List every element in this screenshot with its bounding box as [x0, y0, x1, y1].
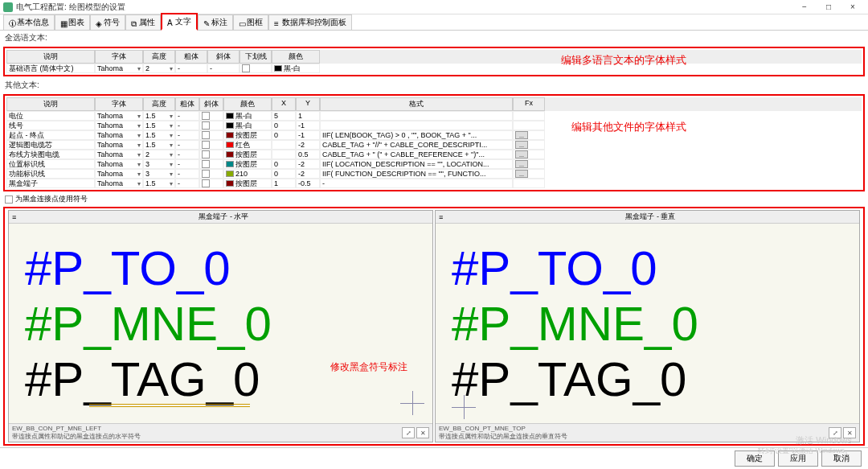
fx-button[interactable]: ... — [513, 130, 545, 140]
bold-cell[interactable]: - — [175, 169, 199, 179]
fx-button[interactable]: ... — [513, 150, 545, 159]
bold-cell[interactable]: - — [175, 121, 199, 130]
tab-frame[interactable]: ▭图框 — [233, 14, 268, 30]
cancel-button[interactable]: 取消 — [821, 450, 862, 467]
ok-button[interactable]: 确定 — [735, 450, 775, 467]
tab-text[interactable]: A文字 — [161, 13, 198, 31]
y-cell[interactable]: 0.5 — [296, 150, 320, 159]
color-cell[interactable]: 按图层 — [223, 150, 272, 159]
tab-db[interactable]: ≡数据库和控制面板 — [268, 14, 352, 30]
tab-chart[interactable]: ▦图表 — [55, 14, 90, 30]
y-cell[interactable]: -0.5 — [296, 179, 320, 188]
zoom-extent-button[interactable]: ⤢ — [829, 427, 841, 438]
table-row[interactable]: 电位Tahoma▾1.5▾-黑-白51 — [6, 111, 862, 121]
color-cell[interactable]: 黑-白 — [223, 121, 272, 130]
font-select[interactable]: Tahoma▾ — [95, 179, 143, 188]
zoom-extent-button[interactable]: ⤢ — [402, 427, 415, 438]
preview-canvas[interactable]: #P_TO_0 #P_MNE_0 #P_TAG_0 修改黑盒符号标注 — [9, 224, 432, 423]
height-select[interactable]: 3▾ — [143, 169, 175, 179]
height-select[interactable]: 1.5▾ — [143, 140, 175, 150]
table-row[interactable]: 黑盒端子Tahoma▾1.5▾-按图层1-0.5- — [6, 179, 862, 188]
format-cell[interactable] — [320, 111, 513, 121]
pane-menu-icon[interactable]: ≡ — [439, 213, 443, 221]
format-cell[interactable]: IIF( LOCATION_DESCRIPTION == "", LOCATIO… — [320, 159, 513, 169]
color-cell[interactable]: 按图层 — [223, 179, 272, 188]
format-cell[interactable]: - — [320, 179, 513, 188]
font-select[interactable]: Tahoma▾ — [95, 111, 143, 121]
font-select[interactable]: Tahoma▾ — [95, 130, 143, 140]
table-row[interactable]: 逻辑图电缆芯Tahoma▾1.5▾-红色-2CABLE_TAG + "//" +… — [6, 140, 862, 150]
x-cell[interactable] — [272, 140, 296, 150]
tab-attr[interactable]: ⧉属性 — [125, 14, 161, 30]
height-select[interactable]: 2▾ — [143, 150, 175, 159]
preview-canvas[interactable]: #P_TO_0 #P_MNE_0 #P_TAG_0 — [436, 224, 859, 423]
italic-cell[interactable] — [199, 130, 223, 140]
y-cell[interactable]: -2 — [296, 169, 320, 179]
y-cell[interactable]: 1 — [296, 111, 320, 121]
table-row[interactable]: 位置标识线Tahoma▾3▾-按图层0-2IIF( LOCATION_DESCR… — [6, 159, 862, 169]
x-cell[interactable]: 0 — [272, 130, 296, 140]
color-cell[interactable]: 210 — [223, 169, 272, 179]
height-select[interactable]: 1.5▾ — [143, 179, 175, 188]
apply-button[interactable]: 应用 — [778, 450, 818, 467]
bold-cell[interactable]: - — [175, 111, 199, 121]
tab-basic[interactable]: 🛈基本信息 — [3, 14, 55, 30]
minimize-button[interactable]: − — [792, 1, 817, 14]
fx-button[interactable]: ... — [513, 159, 545, 169]
y-cell[interactable]: -1 — [296, 130, 320, 140]
blackbox-symbol-checkbox[interactable]: 为黑盒连接点使用符号 — [0, 193, 868, 205]
italic-cell[interactable] — [199, 150, 223, 159]
bold-cell[interactable]: - — [175, 140, 199, 150]
format-cell[interactable]: IIF( FUNCTION_DESCRIPTION == "", FUNCTIO… — [320, 169, 513, 179]
table-row[interactable]: 起点 - 终点Tahoma▾1.5▾-按图层0-1IIF( LEN(BOOK_T… — [6, 130, 862, 140]
tab-symbol[interactable]: ◈符号 — [90, 14, 125, 30]
font-select[interactable]: Tahoma▾ — [95, 159, 143, 169]
height-select[interactable]: 3▾ — [143, 159, 175, 169]
height-select[interactable]: 1.5▾ — [143, 121, 175, 130]
bold-cell[interactable]: - — [175, 159, 199, 169]
x-cell[interactable]: 1 — [272, 179, 296, 188]
delete-button[interactable]: ✕ — [843, 427, 856, 438]
font-select[interactable]: Tahoma▾ — [95, 169, 143, 179]
color-cell[interactable]: 按图层 — [223, 130, 272, 140]
bold-cell[interactable]: - — [175, 64, 207, 73]
format-cell[interactable]: CABLE_TAG + "//" + CABLE_CORE_DESCRIPTI.… — [320, 140, 513, 150]
maximize-button[interactable]: □ — [817, 1, 841, 14]
height-select[interactable]: 1.5▾ — [143, 111, 175, 121]
fx-button[interactable] — [513, 179, 545, 188]
color-cell[interactable]: 按图层 — [223, 159, 272, 169]
y-cell[interactable]: -1 — [296, 121, 320, 130]
close-button[interactable]: × — [841, 1, 865, 14]
y-cell[interactable]: -2 — [296, 159, 320, 169]
color-cell[interactable]: 黑-白 — [272, 64, 320, 73]
italic-cell[interactable] — [199, 121, 223, 130]
y-cell[interactable]: -2 — [296, 140, 320, 150]
underline-cell[interactable] — [240, 64, 272, 73]
format-cell[interactable] — [320, 121, 513, 130]
x-cell[interactable] — [272, 150, 296, 159]
italic-cell[interactable] — [199, 169, 223, 179]
table-row[interactable]: 功能标识线Tahoma▾3▾-2100-2IIF( FUNCTION_DESCR… — [6, 169, 862, 179]
height-select[interactable]: 2▾ — [143, 64, 175, 73]
pane-menu-icon[interactable]: ≡ — [12, 213, 16, 221]
fx-button[interactable] — [513, 121, 545, 130]
font-select[interactable]: Tahoma▾ — [95, 121, 143, 130]
italic-cell[interactable] — [199, 159, 223, 169]
font-select[interactable]: Tahoma▾ — [95, 64, 143, 73]
bold-cell[interactable]: - — [175, 150, 199, 159]
format-cell[interactable]: CABLE_TAG + " (" + CABLE_REFERENCE + ")"… — [320, 150, 513, 159]
tab-mark[interactable]: ✎标注 — [198, 14, 233, 30]
bold-cell[interactable]: - — [175, 130, 199, 140]
x-cell[interactable]: 0 — [272, 159, 296, 169]
format-cell[interactable]: IIF( LEN(BOOK_TAG) > 0 , "", BOOK_TAG + … — [320, 130, 513, 140]
x-cell[interactable]: 0 — [272, 169, 296, 179]
color-cell[interactable]: 红色 — [223, 140, 272, 150]
fx-button[interactable] — [513, 111, 545, 121]
height-select[interactable]: 1.5▾ — [143, 130, 175, 140]
italic-cell[interactable] — [199, 111, 223, 121]
table-row[interactable]: 基础语言 (简体中文) Tahoma▾ 2▾ - - 黑-白 — [6, 64, 862, 73]
fx-button[interactable]: ... — [513, 169, 545, 179]
table-row[interactable]: 线号Tahoma▾1.5▾-黑-白0-1 — [6, 121, 862, 130]
delete-button[interactable]: ✕ — [416, 427, 429, 438]
bold-cell[interactable]: - — [175, 179, 199, 188]
